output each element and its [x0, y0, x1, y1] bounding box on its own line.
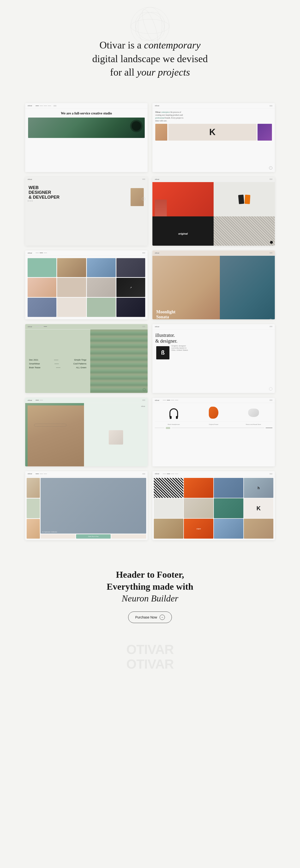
card-3-title: WEB DESIGNER & DEVELOPER [29, 185, 144, 199]
card-6-logo: otivar [155, 252, 159, 254]
card-3-circle-btn: + [142, 197, 145, 200]
card-8-logo: otivar [155, 326, 159, 328]
card-5-cell-10 [57, 298, 86, 317]
card-8-header: otivar [152, 324, 275, 330]
card-7-right [90, 330, 148, 393]
card-2-logo: otivar [155, 105, 159, 106]
orange-blob-icon [209, 407, 218, 418]
card-10-signature-area [155, 426, 272, 430]
card-11-tag-teal: Green Day on Faux [76, 534, 111, 538]
card-7-row-1: Dec 2021 —— Simple Tingz [29, 359, 86, 361]
demo-card-12[interactable]: otivar K original [152, 471, 275, 540]
card-9-header: otivar [25, 398, 148, 403]
arrow-right-icon: → [159, 615, 165, 620]
card-5-header: otivar [25, 250, 148, 256]
card-2-k-block: K [168, 124, 257, 141]
card-11-tags: Green Day on Faux [40, 534, 146, 538]
card-11-green [27, 499, 40, 518]
card-12-cell-10: original [184, 519, 213, 538]
card-7-nav [35, 326, 47, 327]
svg-point-2 [131, 19, 169, 34]
card-12-nav [163, 473, 178, 474]
card-9-label: otivar [86, 405, 145, 407]
card-11-nav [35, 473, 47, 474]
card-4-grid: original [152, 182, 275, 246]
card-11-menu [142, 473, 145, 474]
card-2-header: otivar [152, 103, 275, 108]
demo-card-5[interactable]: otivar ↗ [25, 250, 148, 319]
card-9-glasses [34, 424, 66, 427]
card-4-phones [214, 182, 275, 216]
card-12-cell-4 [244, 478, 273, 498]
card-8-b-letter: ß [161, 349, 164, 356]
demo-card-7[interactable]: otivar Dec 2021 —— Simple Tingz SmartWea… [25, 324, 148, 393]
card-1-title: We are a full-service creative studio [28, 111, 145, 116]
card-6-right-panel [220, 256, 275, 319]
demo-card-1[interactable]: otivar We are a full-service creative st… [25, 103, 148, 172]
demo-card-10[interactable]: otivar [152, 398, 275, 467]
card-6-right-person [220, 256, 275, 319]
card-11-body: An Optimistic Collection Green Day on Fa… [25, 476, 148, 540]
card-5-cell-7 [87, 278, 116, 297]
demo-card-4[interactable]: otivar original [152, 177, 275, 246]
demo-card-8[interactable]: otivar illustrator. & designer. ß Graphi… [152, 324, 275, 393]
card-5-cell-4 [116, 258, 145, 277]
card-5-menu [142, 252, 145, 253]
card-3-person-image [130, 188, 144, 206]
card-9-menu [142, 400, 145, 401]
card-8-subtitle: Graphic designer currently based in Ohio… [171, 345, 190, 351]
demo-card-11[interactable]: otivar An Optimistic Collection [25, 471, 148, 540]
footer-section: Header to Footer, Everything made with N… [0, 550, 300, 638]
card-6-menu [270, 252, 272, 253]
card-6-title: MoonlightSonata [156, 309, 175, 319]
card-2-k-letter: K [209, 127, 215, 137]
card-11-main-image: An Optimistic Collection [40, 478, 146, 533]
card-7-menu [142, 326, 145, 327]
card-4-red-section [152, 182, 214, 216]
demo-card-2[interactable]: otivar Otivar centerpiece the process of… [152, 103, 275, 172]
demo-card-6[interactable]: otivar MoonlightSonata [152, 250, 275, 319]
card-12-header: otivar [152, 471, 275, 476]
card-11-header: otivar [25, 471, 148, 476]
card-3-dots [28, 200, 33, 202]
card-10-label-2: Original Poster [194, 424, 233, 425]
card-8-title: illustrator. & designer. [155, 332, 272, 344]
card-2-portrait [155, 124, 167, 141]
card-7-body: Dec 2021 —— Simple Tingz SmartWear —— Co… [25, 330, 148, 393]
headphones-icon [170, 408, 178, 417]
card-4-person [155, 199, 167, 216]
card-12-cell-5 [154, 498, 183, 518]
card-10-labels: Black Headphones Original Poster Nexus a… [155, 423, 272, 426]
card-7-logo: otivar [28, 326, 32, 328]
card-12-cell-2 [184, 478, 213, 498]
card-11-tag-3 [111, 534, 146, 538]
card-7-row-2: SmartWear —— Cool Patterns [29, 363, 86, 365]
card-11-caption-1: An Optimistic Collection [42, 531, 57, 533]
card-4-phone-black [238, 194, 244, 204]
card-4-phone-orange [245, 194, 250, 204]
card-5-cell-9 [28, 298, 56, 317]
card-4-menu [270, 179, 272, 180]
card-10-headphones [155, 405, 193, 421]
demo-card-3[interactable]: otivar WEB DESIGNER & DEVELOPER + [25, 177, 148, 246]
card-5-cell-5 [28, 278, 56, 297]
card-5-nav [35, 253, 47, 253]
card-5-cell-8: ↗ [116, 278, 145, 297]
card-5-cell-1 [28, 258, 56, 277]
card-2-body: Otivar centerpiece the process of creati… [152, 108, 275, 143]
card-2-menu [270, 105, 272, 106]
card-12-menu [270, 473, 272, 474]
footer-title: Header to Footer, Everything made with N… [5, 569, 295, 604]
card-7-waves-bg [90, 330, 148, 393]
hero-section: Otivar is a contemporary digital landsca… [0, 0, 300, 94]
card-12-cell-3 [214, 478, 243, 498]
card-5-arrow-icon: ↗ [130, 286, 132, 289]
demo-card-9[interactable]: otivar otivar Currently at 2027 [25, 398, 148, 467]
card-8-subtitle-area: ß Graphic designer currently based in Oh… [155, 344, 272, 360]
card-12-cell-11 [214, 519, 243, 538]
card-8-body: illustrator. & designer. ß Graphic desig… [152, 330, 275, 362]
card-10-poster [194, 405, 233, 421]
card-8-black-block: ß [156, 346, 170, 360]
card-2-images: K [155, 124, 272, 141]
purchase-button[interactable]: Purchase Now → [128, 612, 172, 623]
